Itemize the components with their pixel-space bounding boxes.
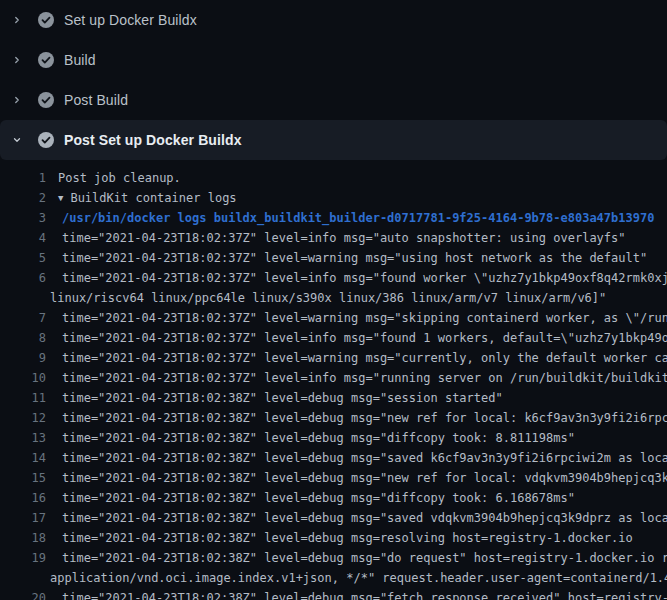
line-number[interactable]: 9 — [0, 348, 46, 368]
step-label[interactable]: Set up Docker Buildx — [64, 12, 197, 28]
log-text: time="2021-04-23T18:02:38Z" level=debug … — [62, 508, 667, 528]
line-number[interactable]: 5 — [0, 248, 46, 268]
log-row: 16time="2021-04-23T18:02:38Z" level=debu… — [0, 488, 667, 508]
success-check-circle-icon — [38, 52, 54, 68]
chevron-right-icon[interactable] — [12, 12, 22, 28]
log-row: 8time="2021-04-23T18:02:37Z" level=info … — [0, 328, 667, 348]
line-number[interactable]: 14 — [0, 448, 46, 468]
log-text: time="2021-04-23T18:02:37Z" level=info m… — [62, 328, 667, 348]
log-row: 17time="2021-04-23T18:02:38Z" level=debu… — [0, 508, 667, 528]
line-number[interactable]: 13 — [0, 428, 46, 448]
line-number — [0, 568, 46, 588]
log-row: 3/usr/bin/docker logs buildx_buildkit_bu… — [0, 208, 667, 228]
log-lines: 1Post job cleanup.2▼BuildKit container l… — [0, 160, 667, 600]
log-text: time="2021-04-23T18:02:38Z" level=debug … — [62, 548, 667, 568]
log-row: 11time="2021-04-23T18:02:38Z" level=debu… — [0, 388, 667, 408]
chevron-down-icon[interactable] — [12, 132, 22, 148]
log-text: time="2021-04-23T18:02:37Z" level=info m… — [62, 228, 626, 248]
log-text: linux/riscv64 linux/ppc64le linux/s390x … — [50, 288, 606, 308]
log-row: application/vnd.oci.image.index.v1+json,… — [0, 568, 667, 588]
line-number[interactable]: 7 — [0, 308, 46, 328]
step-row-post-setup-docker-buildx[interactable]: Post Set up Docker Buildx — [0, 120, 667, 160]
log-row: 14time="2021-04-23T18:02:38Z" level=debu… — [0, 448, 667, 468]
log-row: 19time="2021-04-23T18:02:38Z" level=debu… — [0, 548, 667, 568]
line-number[interactable]: 6 — [0, 268, 46, 288]
group-title[interactable]: BuildKit container logs — [70, 191, 236, 205]
line-number[interactable]: 3 — [0, 208, 46, 228]
log-row: 6time="2021-04-23T18:02:37Z" level=info … — [0, 268, 667, 288]
log-text: time="2021-04-23T18:02:38Z" level=debug … — [62, 588, 667, 600]
log-text: time="2021-04-23T18:02:38Z" level=debug … — [62, 468, 667, 488]
chevron-right-icon[interactable] — [12, 92, 22, 108]
step-row-build[interactable]: Build — [0, 40, 667, 80]
success-check-circle-icon — [38, 12, 54, 28]
log-text: time="2021-04-23T18:02:38Z" level=debug … — [62, 448, 667, 468]
log-text: Post job cleanup. — [58, 168, 181, 188]
step-label[interactable]: Post Build — [64, 92, 128, 108]
log-text: time="2021-04-23T18:02:38Z" level=debug … — [62, 388, 503, 408]
command-text: /usr/bin/docker logs buildx_buildkit_bui… — [62, 208, 654, 228]
log-text: time="2021-04-23T18:02:38Z" level=debug … — [62, 408, 667, 428]
log-row: 5time="2021-04-23T18:02:37Z" level=warni… — [0, 248, 667, 268]
line-number[interactable]: 4 — [0, 228, 46, 248]
actions-log-viewer: Set up Docker Buildx Build Post Build — [0, 0, 667, 600]
log-text: time="2021-04-23T18:02:38Z" level=debug … — [62, 428, 575, 448]
line-number[interactable]: 18 — [0, 528, 46, 548]
success-check-circle-icon — [38, 92, 54, 108]
line-number[interactable]: 16 — [0, 488, 46, 508]
log-text: time="2021-04-23T18:02:37Z" level=warnin… — [62, 308, 667, 328]
log-row: 10time="2021-04-23T18:02:37Z" level=info… — [0, 368, 667, 388]
line-number[interactable]: 12 — [0, 408, 46, 428]
group-collapse-triangle-icon[interactable]: ▼ — [58, 193, 63, 203]
log-row: 4time="2021-04-23T18:02:37Z" level=info … — [0, 228, 667, 248]
line-number[interactable]: 1 — [0, 168, 46, 188]
success-check-circle-icon — [38, 132, 54, 148]
step-label[interactable]: Build — [64, 52, 96, 68]
line-number[interactable]: 19 — [0, 548, 46, 568]
step-row-setup-docker-buildx[interactable]: Set up Docker Buildx — [0, 0, 667, 40]
log-text: time="2021-04-23T18:02:38Z" level=debug … — [62, 528, 633, 548]
step-label[interactable]: Post Set up Docker Buildx — [64, 132, 242, 148]
log-text: time="2021-04-23T18:02:37Z" level=info m… — [62, 368, 667, 388]
line-number[interactable]: 11 — [0, 388, 46, 408]
log-row: 12time="2021-04-23T18:02:38Z" level=debu… — [0, 408, 667, 428]
log-text: time="2021-04-23T18:02:37Z" level=warnin… — [62, 248, 647, 268]
log-text: ▼BuildKit container logs — [58, 188, 237, 208]
line-number[interactable]: 15 — [0, 468, 46, 488]
log-text: time="2021-04-23T18:02:37Z" level=warnin… — [62, 348, 667, 368]
log-row: 15time="2021-04-23T18:02:38Z" level=debu… — [0, 468, 667, 488]
line-number[interactable]: 20 — [0, 588, 46, 600]
chevron-right-icon[interactable] — [12, 52, 22, 68]
line-number — [0, 288, 46, 308]
log-row: 9time="2021-04-23T18:02:37Z" level=warni… — [0, 348, 667, 368]
log-row: 7time="2021-04-23T18:02:37Z" level=warni… — [0, 308, 667, 328]
log-row: 2▼BuildKit container logs — [0, 188, 667, 208]
log-row: 1Post job cleanup. — [0, 168, 667, 188]
line-number[interactable]: 8 — [0, 328, 46, 348]
log-row: 18time="2021-04-23T18:02:38Z" level=debu… — [0, 528, 667, 548]
log-row: linux/riscv64 linux/ppc64le linux/s390x … — [0, 288, 667, 308]
line-number[interactable]: 17 — [0, 508, 46, 528]
log-text: time="2021-04-23T18:02:37Z" level=info m… — [62, 268, 667, 288]
step-row-post-build[interactable]: Post Build — [0, 80, 667, 120]
log-text: application/vnd.oci.image.index.v1+json,… — [50, 568, 667, 588]
log-row: 13time="2021-04-23T18:02:38Z" level=debu… — [0, 428, 667, 448]
step-list: Set up Docker Buildx Build Post Build — [0, 0, 667, 160]
line-number[interactable]: 10 — [0, 368, 46, 388]
line-number[interactable]: 2 — [0, 188, 46, 208]
log-row: 20time="2021-04-23T18:02:38Z" level=debu… — [0, 588, 667, 600]
log-text: time="2021-04-23T18:02:38Z" level=debug … — [62, 488, 575, 508]
